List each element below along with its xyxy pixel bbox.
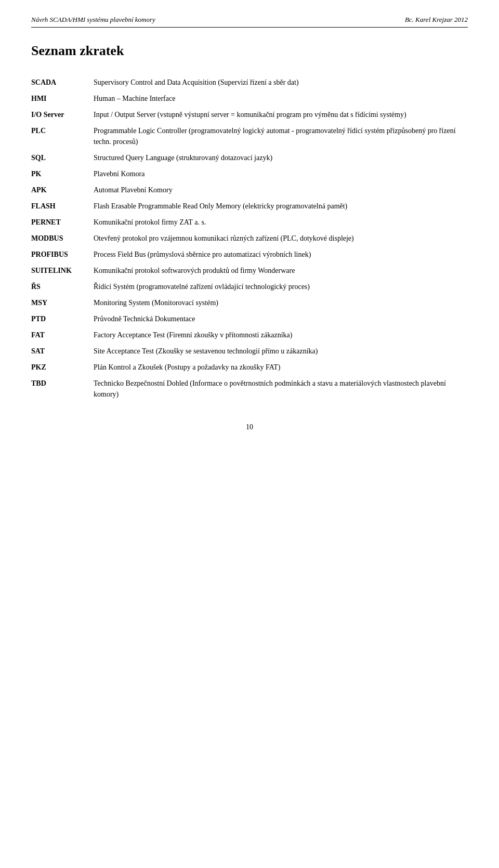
abbreviation-term: APK	[31, 182, 94, 198]
abbreviation-term: FLASH	[31, 198, 94, 214]
abbreviation-definition: Flash Erasable Programmable Read Only Me…	[94, 198, 468, 214]
table-row: PERNETKomunikační protokol firmy ZAT a. …	[31, 214, 468, 230]
table-row: APKAutomat Plavební Komory	[31, 182, 468, 198]
table-row: PLCProgrammable Logic Controller (progra…	[31, 123, 468, 150]
table-row: PKPlavební Komora	[31, 166, 468, 182]
page-header: Návrh SCADA/HMI systému plavební komory …	[31, 16, 468, 28]
table-row: FATFactory Acceptance Test (Firemní zkou…	[31, 327, 468, 343]
abbreviation-definition: Supervisory Control and Data Acquisition…	[94, 74, 468, 90]
table-row: SUITELINKKomunikační protokol softwarový…	[31, 262, 468, 279]
header-left-text: Návrh SCADA/HMI systému plavební komory	[31, 16, 155, 24]
abbreviation-term: TBD	[31, 375, 94, 402]
abbreviation-definition: Komunikační protokol softwarových produk…	[94, 262, 468, 279]
table-row: PKZPlán Kontrol a Zkoušek (Postupy a pož…	[31, 359, 468, 375]
abbreviation-definition: Human – Machine Interface	[94, 90, 468, 107]
abbreviation-definition: Site Acceptance Test (Zkoušky se sestave…	[94, 343, 468, 359]
abbreviation-term: HMI	[31, 90, 94, 107]
abbreviation-term: PTD	[31, 311, 94, 327]
abbreviation-definition: Technicko Bezpečnostní Dohled (Informace…	[94, 375, 468, 402]
abbreviation-term: SUITELINK	[31, 262, 94, 279]
abbreviation-term: FAT	[31, 327, 94, 343]
abbreviation-definition: Průvodně Technická Dokumentace	[94, 311, 468, 327]
table-row: ŘSŘídící Systém (programovatelné zařízen…	[31, 279, 468, 295]
abbreviation-definition: Plavební Komora	[94, 166, 468, 182]
abbreviation-term: SCADA	[31, 74, 94, 90]
abbreviation-term: PERNET	[31, 214, 94, 230]
abbreviation-term: MSY	[31, 295, 94, 311]
table-row: SCADASupervisory Control and Data Acquis…	[31, 74, 468, 90]
page-number: 10	[31, 423, 468, 431]
abbreviation-term: PK	[31, 166, 94, 182]
abbreviation-term: PLC	[31, 123, 94, 150]
abbreviation-term: SQL	[31, 150, 94, 166]
abbreviation-term: I/O Server	[31, 107, 94, 123]
page: Návrh SCADA/HMI systému plavební komory …	[0, 0, 499, 868]
table-row: FLASHFlash Erasable Programmable Read On…	[31, 198, 468, 214]
table-row: MODBUSOtevřený protokol pro vzájemnou ko…	[31, 230, 468, 246]
header-right-text: Bc. Karel Krejzar 2012	[405, 16, 468, 24]
abbreviations-table: SCADASupervisory Control and Data Acquis…	[31, 74, 468, 402]
abbreviation-definition: Process Field Bus (průmyslová sběrnice p…	[94, 246, 468, 262]
abbreviation-definition: Otevřený protokol pro vzájemnou komunika…	[94, 230, 468, 246]
abbreviation-definition: Programmable Logic Controller (programov…	[94, 123, 468, 150]
table-row: MSYMonitoring System (Monitorovací systé…	[31, 295, 468, 311]
table-row: PTDPrůvodně Technická Dokumentace	[31, 311, 468, 327]
table-row: SATSite Acceptance Test (Zkoušky se sest…	[31, 343, 468, 359]
page-title: Seznam zkratek	[31, 43, 468, 59]
abbreviation-term: PKZ	[31, 359, 94, 375]
abbreviation-term: SAT	[31, 343, 94, 359]
abbreviation-definition: Input / Output Server (vstupně výstupní …	[94, 107, 468, 123]
abbreviation-definition: Plán Kontrol a Zkoušek (Postupy a požada…	[94, 359, 468, 375]
table-row: SQLStructured Query Language (strukturov…	[31, 150, 468, 166]
table-row: TBDTechnicko Bezpečnostní Dohled (Inform…	[31, 375, 468, 402]
abbreviation-term: PROFIBUS	[31, 246, 94, 262]
abbreviation-term: ŘS	[31, 279, 94, 295]
table-row: HMIHuman – Machine Interface	[31, 90, 468, 107]
abbreviation-definition: Factory Acceptance Test (Firemní zkoušky…	[94, 327, 468, 343]
abbreviation-definition: Komunikační protokol firmy ZAT a. s.	[94, 214, 468, 230]
abbreviation-definition: Monitoring System (Monitorovací systém)	[94, 295, 468, 311]
abbreviation-term: MODBUS	[31, 230, 94, 246]
abbreviation-definition: Structured Query Language (strukturovaný…	[94, 150, 468, 166]
abbreviation-definition: Řídící Systém (programovatelné zařízení …	[94, 279, 468, 295]
table-row: I/O ServerInput / Output Server (vstupně…	[31, 107, 468, 123]
abbreviation-definition: Automat Plavební Komory	[94, 182, 468, 198]
table-row: PROFIBUSProcess Field Bus (průmyslová sb…	[31, 246, 468, 262]
